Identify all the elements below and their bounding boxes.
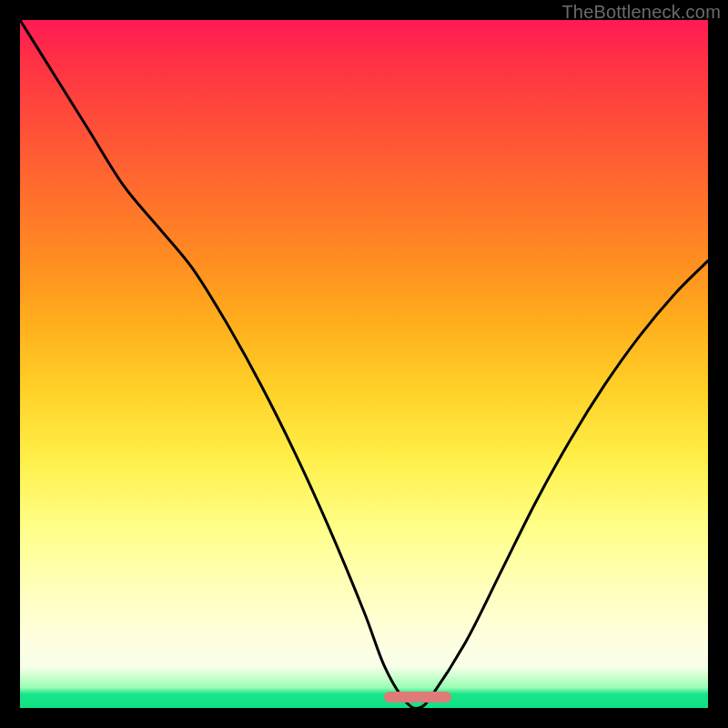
optimal-range-marker — [384, 692, 451, 703]
plot-area — [20, 20, 708, 708]
curve-svg — [20, 20, 708, 708]
chart-frame: TheBottleneck.com — [0, 0, 728, 728]
bottleneck-curve-path — [20, 20, 708, 708]
